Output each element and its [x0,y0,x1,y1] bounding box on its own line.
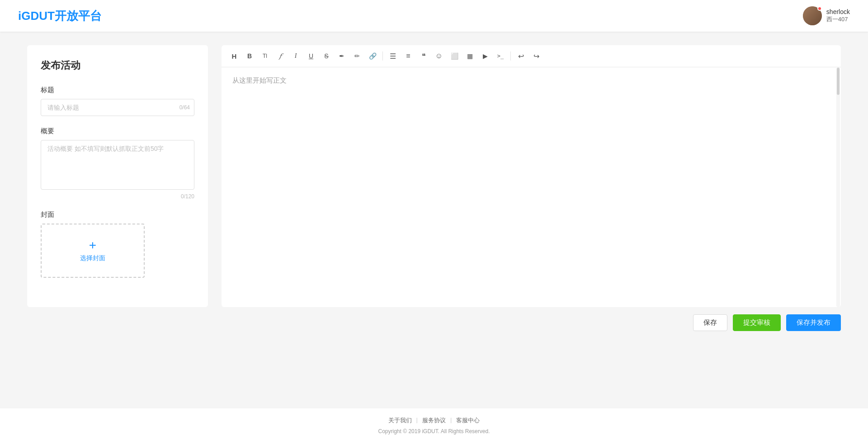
editor-body[interactable]: 从这里开始写正文 [222,67,841,307]
user-info: sherlock 西一407 [826,8,850,23]
toolbar-quote[interactable]: ❝ [416,49,431,63]
toolbar-image[interactable]: ⬜ [447,49,462,63]
toolbar-marker[interactable]: ✒ [335,49,349,63]
toolbar-heading[interactable]: H [227,49,241,63]
logo[interactable]: iGDUT开放平台 [18,8,102,24]
header: iGDUT开放平台 sherlock 西一407 [0,0,868,32]
title-input[interactable] [41,99,194,116]
editor-scrollbar[interactable] [836,67,840,307]
toolbar-italic-script[interactable]: 𝑓 [273,49,288,63]
cover-section: 封面 + 选择封面 [41,210,194,278]
toolbar-underline[interactable]: U [304,49,318,63]
save-button[interactable]: 保存 [693,314,727,331]
footer-terms[interactable]: 服务协议 [422,416,446,425]
editor-placeholder: 从这里开始写正文 [232,76,830,85]
toolbar-emoji[interactable]: ☺ [432,49,446,63]
summary-char-count: 0/120 [41,193,194,200]
footer-sep-1: | [416,416,418,425]
footer: 关于我们 | 服务协议 | 客服中心 Copyright © 2019 iGDU… [0,408,868,439]
plus-icon: + [89,239,96,252]
toolbar-strikethrough[interactable]: S [319,49,334,63]
main-content: 发布活动 标题 0/64 概要 0/120 封面 + 选择封面 [0,32,868,408]
panel-title: 发布活动 [41,59,194,72]
toolbar-align[interactable]: ≡ [401,49,415,63]
notification-dot [817,6,822,11]
user-room: 西一407 [826,15,850,23]
toolbar-list[interactable]: ☰ [386,49,400,63]
editor-panel: H B Tl 𝑓 I U S ✒ ✏ 🔗 ☰ ≡ ❝ ☺ ⬜ ▦ ▶ >_ [222,45,841,307]
footer-sep-2: | [450,416,452,425]
footer-links: 关于我们 | 服务协议 | 客服中心 [0,416,868,425]
publish-button[interactable]: 保存并发布 [786,314,841,331]
toolbar-divider-1 [382,51,383,61]
summary-textarea[interactable] [41,140,194,190]
toolbar-undo[interactable]: ↩ [514,49,528,63]
toolbar-link[interactable]: 🔗 [365,49,380,63]
footer-copyright: Copyright © 2019 iGDUT. All Rights Reser… [0,428,868,434]
toolbar-bold[interactable]: B [242,49,257,63]
toolbar-redo[interactable]: ↪ [529,49,543,63]
title-section: 标题 0/64 [41,86,194,116]
toolbar-title2[interactable]: Tl [258,49,272,63]
editor-scrollbar-thumb [837,68,840,95]
toolbar-code[interactable]: >_ [493,49,508,63]
user-name: sherlock [826,8,850,15]
toolbar-italic[interactable]: I [288,49,303,63]
cover-label: 封面 [41,210,194,219]
toolbar-video[interactable]: ▶ [478,49,492,63]
left-panel: 发布活动 标题 0/64 概要 0/120 封面 + 选择封面 [27,45,208,307]
toolbar-divider-2 [510,51,511,61]
title-input-wrap: 0/64 [41,99,194,116]
footer-about[interactable]: 关于我们 [388,416,412,425]
cover-upload-button[interactable]: + 选择封面 [41,224,145,278]
submit-button[interactable]: 提交审核 [733,314,781,331]
editor-toolbar: H B Tl 𝑓 I U S ✒ ✏ 🔗 ☰ ≡ ❝ ☺ ⬜ ▦ ▶ >_ [222,45,841,67]
summary-section: 概要 0/120 [41,127,194,200]
summary-label: 概要 [41,127,194,135]
avatar-wrap[interactable] [803,6,822,25]
toolbar-pen[interactable]: ✏ [350,49,364,63]
right-wrapper: H B Tl 𝑓 I U S ✒ ✏ 🔗 ☰ ≡ ❝ ☺ ⬜ ▦ ▶ >_ [222,45,841,331]
action-bar: 保存 提交审核 保存并发布 [222,307,841,331]
user-area: sherlock 西一407 [803,6,850,25]
cover-upload-label: 选择封面 [80,254,105,262]
toolbar-table[interactable]: ▦ [462,49,477,63]
footer-support[interactable]: 客服中心 [456,416,480,425]
title-label: 标题 [41,86,194,94]
title-char-count: 0/64 [179,104,190,111]
